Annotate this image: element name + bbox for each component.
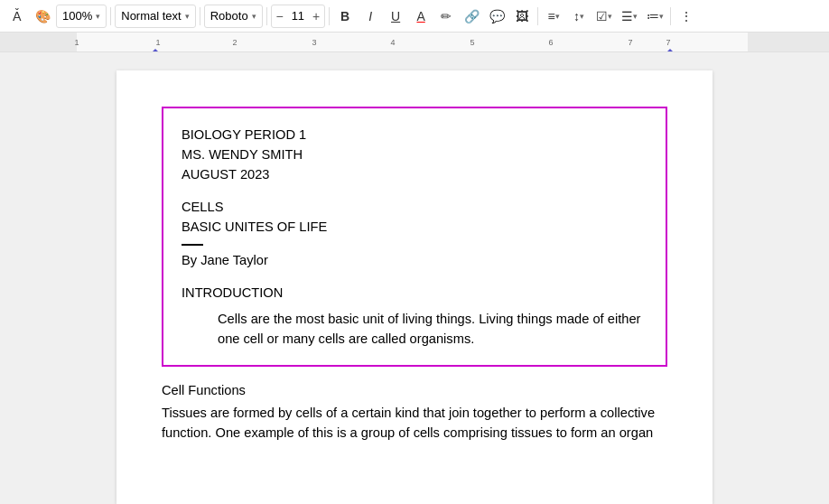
separator-5 — [537, 7, 538, 25]
document-page[interactable]: BIOLOGY PERIOD 1 MS. WENDY SMITH AUGUST … — [116, 70, 713, 504]
doc-title-line1: CELLS — [182, 197, 647, 217]
doc-teacher: MS. WENDY SMITH — [182, 145, 647, 164]
font-size-control: − 11 + — [271, 5, 325, 28]
bold-button[interactable]: B — [333, 5, 357, 28]
text-style-chevron-icon: ▾ — [185, 12, 190, 21]
text-style-dropdown[interactable]: Normal text ▾ — [115, 5, 195, 28]
doc-author: By Jane Taylor — [182, 253, 647, 267]
document-area: BIOLOGY PERIOD 1 MS. WENDY SMITH AUGUST … — [0, 52, 829, 504]
bullets-icon: ☰ — [621, 9, 633, 23]
align-chevron-icon: ▾ — [555, 12, 560, 21]
bullets-chevron-icon: ▾ — [633, 12, 638, 21]
numbered-list-icon: ≔ — [647, 9, 659, 23]
font-size-increase-button[interactable]: + — [308, 5, 324, 28]
font-value: Roboto — [210, 9, 248, 23]
doc-period: BIOLOGY PERIOD 1 — [182, 125, 647, 145]
svg-rect-2 — [748, 33, 829, 52]
more-options-icon: ⋮ — [680, 9, 693, 23]
svg-rect-1 — [0, 33, 77, 52]
line-spacing-icon: ↕ — [573, 9, 580, 23]
ruler-svg: 1 1 2 3 4 5 6 7 7 — [0, 33, 829, 52]
paint-format-icon[interactable]: 🎨 — [31, 5, 54, 28]
doc-cell-functions-heading: Cell Functions — [162, 383, 667, 397]
image-button[interactable]: 🖼 — [510, 5, 534, 28]
font-chevron-icon: ▾ — [252, 12, 256, 21]
zoom-dropdown[interactable]: 100% ▾ — [56, 5, 107, 28]
separator-1 — [110, 7, 111, 25]
separator-4 — [329, 7, 330, 25]
ruler: 1 1 2 3 4 5 6 7 7 — [0, 33, 829, 52]
link-icon: 🔗 — [464, 9, 480, 23]
doc-date: AUGUST 2023 — [182, 164, 647, 184]
checklist-dropdown[interactable]: ☑ ▾ — [592, 5, 616, 28]
selected-text-block[interactable]: BIOLOGY PERIOD 1 MS. WENDY SMITH AUGUST … — [162, 107, 667, 367]
align-dropdown[interactable]: ≡ ▾ — [542, 5, 565, 28]
doc-tissues-para: Tissues are formed by cells of a certain… — [162, 403, 667, 443]
separator-3 — [266, 7, 267, 25]
image-icon: 🖼 — [516, 9, 528, 23]
spacing-chevron-icon: ▾ — [580, 12, 584, 21]
zoom-chevron-icon: ▾ — [96, 12, 100, 21]
line-spacing-dropdown[interactable]: ↕ ▾ — [567, 5, 591, 28]
separator-6 — [670, 7, 671, 25]
doc-divider — [182, 244, 203, 246]
doc-title: CELLS BASIC UNITES OF LIFE — [182, 197, 647, 237]
font-size-decrease-button[interactable]: − — [272, 5, 288, 28]
svg-text:3: 3 — [312, 38, 316, 47]
svg-text:7: 7 — [666, 38, 670, 47]
italic-button[interactable]: I — [359, 5, 382, 28]
spellcheck-icon[interactable]: Ǎ — [5, 5, 29, 28]
svg-text:6: 6 — [548, 38, 553, 47]
doc-title-line2: BASIC UNITES OF LIFE — [182, 217, 647, 237]
bullets-dropdown[interactable]: ☰ ▾ — [618, 5, 641, 28]
doc-section-title: INTRODUCTION — [182, 285, 647, 300]
numbered-list-dropdown[interactable]: ≔ ▾ — [643, 5, 666, 28]
font-size-value[interactable]: 11 — [288, 9, 308, 23]
comment-icon: 💬 — [489, 9, 505, 23]
doc-heading: BIOLOGY PERIOD 1 MS. WENDY SMITH AUGUST … — [182, 125, 647, 184]
numbered-chevron-icon: ▾ — [659, 12, 664, 21]
svg-rect-0 — [0, 33, 829, 52]
svg-text:1: 1 — [155, 38, 160, 47]
comment-button[interactable]: 💬 — [485, 5, 508, 28]
underline-button[interactable]: U — [384, 5, 407, 28]
toolbar: Ǎ 🎨 100% ▾ Normal text ▾ Roboto ▾ − 11 … — [0, 0, 829, 33]
font-color-label: A — [416, 9, 424, 23]
font-color-button[interactable]: A — [409, 5, 433, 28]
highlight-button[interactable]: ✏ — [434, 5, 458, 28]
highlight-icon: ✏ — [441, 9, 452, 23]
doc-intro-para: Cells are the most basic unit of living … — [182, 309, 647, 349]
checklist-icon: ☑ — [596, 9, 608, 23]
svg-text:7: 7 — [628, 38, 632, 47]
align-icon: ≡ — [548, 9, 555, 23]
link-button[interactable]: 🔗 — [460, 5, 483, 28]
checklist-chevron-icon: ▾ — [608, 12, 612, 21]
zoom-value: 100% — [62, 9, 92, 23]
svg-text:5: 5 — [470, 38, 474, 47]
svg-text:1: 1 — [74, 38, 79, 47]
svg-text:2: 2 — [232, 38, 237, 47]
more-options-button[interactable]: ⋮ — [675, 5, 698, 28]
separator-2 — [200, 7, 200, 25]
font-dropdown[interactable]: Roboto ▾ — [204, 5, 263, 28]
svg-text:4: 4 — [390, 38, 395, 47]
text-style-value: Normal text — [121, 9, 181, 23]
